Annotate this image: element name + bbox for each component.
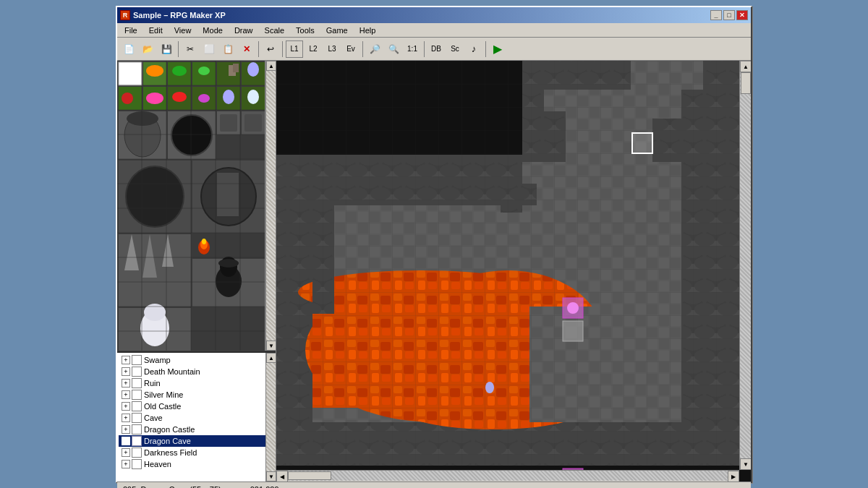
map-scroll-up-arrow[interactable]: ▲ [740,61,751,72]
map-icon-cave [132,413,142,423]
zoom-normal-button[interactable]: 1:1 [404,40,421,58]
svg-rect-38 [217,173,239,216]
map-scroll-down-arrow[interactable]: ▼ [740,458,751,470]
main-window: R Sample – RPG Maker XP _ □ ✕ File Edit … [116,6,752,483]
menu-edit[interactable]: Edit [143,25,169,36]
map-icon-ruin [132,378,142,388]
map-list-inner: + Swamp + Death Mountain + Ruin [117,353,276,471]
map-list: + Swamp + Death Mountain + Ruin [117,351,276,481]
menu-mode[interactable]: Mode [197,25,229,36]
svg-rect-33 [244,114,262,132]
map-scroll-right-arrow[interactable]: ▶ [728,471,739,481]
menu-tools[interactable]: Tools [290,25,320,36]
svg-point-50 [218,259,239,267]
database-button[interactable]: DB [427,40,445,58]
window-title: Sample – RPG Maker XP [133,11,226,20]
map-scroll-vertical[interactable]: ▲ ▼ [739,61,751,470]
toolbar-separator-4 [362,41,363,57]
minimize-button[interactable]: _ [710,10,722,20]
expand-old-castle[interactable]: + [122,402,130,411]
menu-draw[interactable]: Draw [229,25,259,36]
undo-button[interactable]: ↩ [262,40,279,58]
svg-point-29 [171,115,212,155]
expand-darkness-field[interactable]: + [122,448,130,457]
svg-point-3 [146,65,163,77]
svg-point-22 [223,90,234,104]
map-scroll-h-thumb[interactable] [288,471,331,480]
map-icon-swamp [132,355,142,365]
title-bar-left: R Sample – RPG Maker XP [120,10,226,20]
cut-button[interactable]: ✂ [182,40,199,58]
map-label-silver-mine: Silver Mine [144,390,183,399]
map-scroll-h-track[interactable] [288,471,728,481]
palette-scrollbar[interactable]: ▲ ▼ [265,61,276,351]
svg-point-42 [202,239,206,244]
layer1-button[interactable]: L1 [286,40,303,58]
map-item-swamp[interactable]: + Swamp [119,354,274,366]
open-button[interactable]: 📂 [139,40,156,58]
svg-point-35 [126,166,184,227]
map-label-darkness-field: Darkness Field [144,448,197,457]
paste-button[interactable]: 📋 [219,40,237,58]
map-scroll-v-thumb[interactable] [741,72,751,94]
new-button[interactable]: 📄 [120,40,137,58]
map-item-ruin[interactable]: + Ruin [119,377,274,389]
map-scroll-v-track[interactable] [740,72,751,458]
svg-rect-116 [632,133,652,153]
delete-button[interactable]: ✕ [238,40,255,58]
map-item-heaven[interactable]: + Heaven [119,458,274,470]
svg-point-5 [172,66,187,76]
toolbar-separator-1 [178,41,179,57]
layer2-button[interactable]: L2 [305,40,322,58]
expand-silver-mine[interactable]: + [122,390,130,399]
map-scroll-left-arrow[interactable]: ◀ [276,471,288,481]
menu-game[interactable]: Game [320,25,354,36]
map-label-dragon-cave: Dragon Cave [144,437,191,445]
expand-ruin[interactable]: + [122,379,130,388]
map-item-dragon-cave[interactable]: + Dragon Cave [119,435,274,447]
scripts-button[interactable]: Sc [446,40,464,58]
map-item-darkness-field[interactable]: + Darkness Field [119,447,274,458]
menu-scale[interactable]: Scale [259,25,291,36]
expand-swamp[interactable]: + [122,356,130,364]
expand-dragon-castle[interactable]: + [122,425,130,434]
menu-help[interactable]: Help [354,25,382,36]
maplist-scroll-down[interactable]: ▼ [266,471,276,481]
save-button[interactable]: 💾 [158,40,175,58]
expand-cave[interactable]: + [122,414,130,422]
svg-point-16 [146,93,163,104]
expand-dragon-cave[interactable]: + [122,437,130,445]
map-icon-dragon-cave [132,436,142,446]
map-list-scrollbar[interactable]: ▲ ▼ [265,353,276,481]
menu-view[interactable]: View [169,25,197,36]
map-scroll-horizontal[interactable]: ◀ ▶ [276,470,739,481]
close-button[interactable]: ✕ [736,10,748,20]
audio-button[interactable]: ♪ [465,40,482,58]
map-area[interactable]: ▲ ▼ ◀ ▶ [276,61,751,481]
svg-point-7 [198,67,210,75]
menu-bar: File Edit View Mode Draw Scale Tools Gam… [117,23,751,38]
run-button[interactable]: ▶ [489,40,506,58]
maplist-scroll-up[interactable]: ▲ [266,353,276,363]
map-item-dragon-castle[interactable]: + Dragon Castle [119,424,274,435]
expand-death-mountain[interactable]: + [122,367,130,376]
expand-heaven[interactable]: + [122,460,130,468]
status-coordinates: 021,029 [250,485,279,489]
map-icon-dragon-castle [132,424,142,435]
layer3-button[interactable]: L3 [323,40,341,58]
palette-scroll-up[interactable]: ▲ [266,61,276,71]
zoom-out-button[interactable]: 🔍 [385,40,402,58]
palette-scroll-down[interactable]: ▼ [266,341,276,351]
copy-button[interactable]: ⬜ [200,40,218,58]
maximize-button[interactable]: □ [723,10,735,20]
map-item-cave[interactable]: + Cave [119,412,274,424]
zoom-in-button[interactable]: 🔎 [366,40,383,58]
map-item-death-mountain[interactable]: + Death Mountain [119,366,274,377]
tile-palette[interactable]: ▲ ▼ [117,61,276,351]
menu-file[interactable]: File [119,25,143,36]
map-item-old-castle[interactable]: + Old Castle [119,401,274,412]
map-item-silver-mine[interactable]: + Silver Mine [119,389,274,401]
toolbar: 📄 📂 💾 ✂ ⬜ 📋 ✕ ↩ L1 L2 L3 Ev 🔎 🔍 1:1 DB S… [117,38,751,61]
main-content: ▲ ▼ + Swamp + [117,61,751,481]
event-button[interactable]: Ev [342,40,359,58]
